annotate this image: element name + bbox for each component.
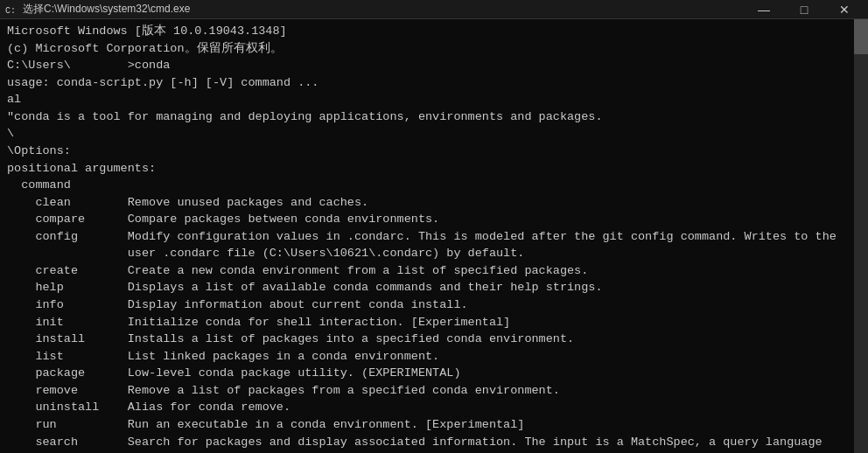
title-text: 选择C:\Windows\system32\cmd.exe bbox=[23, 2, 190, 17]
close-button[interactable]: ✕ bbox=[824, 0, 864, 19]
console-line: C:\Users\ >conda bbox=[7, 57, 861, 74]
maximize-button[interactable]: □ bbox=[784, 0, 824, 19]
console-line: remove Remove a list of packages from a … bbox=[7, 382, 861, 400]
console-line: help Displays a list of available conda … bbox=[7, 279, 861, 296]
console-line: user .condarc file (C:\Users\10621\.cond… bbox=[7, 245, 861, 262]
minimize-button[interactable]: — bbox=[744, 0, 784, 19]
console-line: run Run an executable in a conda environ… bbox=[7, 416, 861, 434]
console-line: list List linked packages in a conda env… bbox=[7, 348, 861, 366]
console-line: "conda is a tool for managing and deploy… bbox=[7, 108, 861, 126]
console-line: clean Remove unused packages and caches. bbox=[7, 194, 861, 212]
scrollbar-thumb[interactable] bbox=[854, 19, 868, 54]
cmd-icon: C: bbox=[4, 3, 18, 17]
console-line: \Options: bbox=[7, 143, 861, 160]
console-line: al bbox=[7, 91, 861, 108]
console-output: Microsoft Windows [版本 10.0.19043.1348](c… bbox=[7, 23, 861, 453]
console-line: compare Compare packages between conda e… bbox=[7, 211, 861, 228]
console-line: command bbox=[7, 177, 861, 194]
console-line: \ bbox=[7, 125, 861, 143]
console-line: search Search for packages and display a… bbox=[7, 434, 861, 451]
window-controls: — □ ✕ bbox=[744, 0, 864, 19]
console-line: uninstall Alias for conda remove. bbox=[7, 399, 861, 416]
title-bar: C: 选择C:\Windows\system32\cmd.exe — □ ✕ bbox=[0, 0, 868, 19]
console-body: Microsoft Windows [版本 10.0.19043.1348](c… bbox=[0, 19, 868, 453]
console-line: usage: conda-script.py [-h] [-V] command… bbox=[7, 74, 861, 92]
console-line: create Create a new conda environment fr… bbox=[7, 262, 861, 280]
scrollbar[interactable] bbox=[854, 19, 868, 453]
console-line: info Display information about current c… bbox=[7, 296, 861, 314]
console-line: install Installs a list of packages into… bbox=[7, 331, 861, 348]
console-line: (c) Microsoft Corporation。保留所有权利。 bbox=[7, 40, 861, 58]
svg-text:C:: C: bbox=[5, 6, 16, 16]
window: C: 选择C:\Windows\system32\cmd.exe — □ ✕ M… bbox=[0, 0, 868, 453]
console-line: positional arguments: bbox=[7, 160, 861, 178]
console-line: config Modify configuration values in .c… bbox=[7, 228, 861, 246]
console-line: Microsoft Windows [版本 10.0.19043.1348] bbox=[7, 23, 861, 40]
console-line: package Low-level conda package utility.… bbox=[7, 365, 861, 382]
title-bar-left: C: 选择C:\Windows\system32\cmd.exe bbox=[4, 2, 190, 17]
console-line: init Initialize conda for shell interact… bbox=[7, 314, 861, 331]
